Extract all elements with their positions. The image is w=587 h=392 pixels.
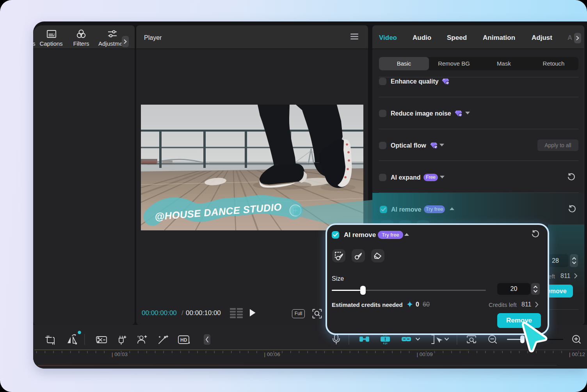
svg-text:| 00:12: | 00:12 [569, 351, 585, 357]
svg-text:| 00:03: | 00:03 [112, 351, 128, 357]
svg-text:| 00:06: | 00:06 [264, 351, 280, 357]
svg-text:HD: HD [180, 337, 187, 343]
svg-text:| 00:09: | 00:09 [417, 351, 433, 357]
